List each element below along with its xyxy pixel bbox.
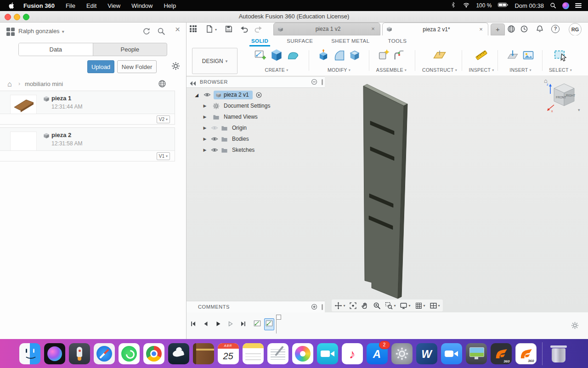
expand-collapse-icon[interactable]: ◢ [194,92,199,98]
construction-plane-icon[interactable] [433,48,447,64]
expand-collapse-icon[interactable]: ▶ [203,126,207,130]
close-tab-icon[interactable] [478,26,484,33]
dock-calendar-icon[interactable]: ABR25 [218,343,239,364]
minimize-panel-icon[interactable] [311,79,317,85]
comments-panel-header[interactable]: COMMENTS [186,301,325,312]
timeline-feature-sketch1-icon[interactable] [253,319,261,329]
group-label-construct[interactable]: CONSTRUCT [422,67,457,73]
timeline-settings-gear-icon[interactable] [571,322,579,329]
timeline-step-forward-button[interactable] [227,320,234,329]
dock-notes-icon[interactable] [243,343,264,364]
apple-menu-icon[interactable] [8,2,15,9]
dock-whatsapp-icon[interactable] [119,343,140,364]
team-switcher-icon[interactable] [6,28,15,36]
create-sketch-icon[interactable] [254,49,266,63]
user-hub-selector[interactable]: Ralph gonzales▾ [18,28,64,34]
document-tab-pieza1[interactable]: pieza 1 v2 [273,23,380,35]
dock-safari-icon[interactable] [94,343,115,364]
data-item-pieza-1[interactable]: pieza 1 12:31:44 AM V2 [0,91,175,125]
gear-icon[interactable] [171,62,180,70]
refresh-icon[interactable] [142,27,151,35]
dock-facetime-icon[interactable] [317,343,338,364]
spotlight-search-icon[interactable] [550,2,556,9]
panel-grip[interactable] [322,79,323,85]
press-pull-icon[interactable] [317,49,330,63]
close-panel-icon[interactable]: × [175,25,180,34]
add-comment-icon[interactable] [311,304,317,310]
breadcrumb-project[interactable]: mobiliario mini [25,80,63,87]
visibility-eye-off-icon[interactable] [211,124,218,132]
menu-file[interactable]: File [66,2,75,9]
timeline-go-to-end-button[interactable] [239,320,247,329]
insert-image-icon[interactable] [522,49,535,63]
timeline-step-back-button[interactable] [202,320,209,329]
redo-icon[interactable] [254,25,262,33]
dock-trash-icon[interactable] [548,343,569,364]
document-tab-pieza2[interactable]: pieza 2 v1* [382,23,488,35]
menu-edit[interactable]: Edit [86,2,96,9]
expand-collapse-icon[interactable]: ▶ [203,115,207,119]
activate-component-icon[interactable] [255,92,262,98]
measure-icon[interactable] [475,48,488,64]
tab-surface[interactable]: SURFACE [287,35,313,46]
undo-icon[interactable] [240,25,249,33]
browser-node-origin[interactable]: ▶ Origin [186,122,325,133]
menubar-clock[interactable]: Dom 00:38 [514,2,544,9]
tab-solid[interactable]: SOLID [251,35,268,46]
dock-siri-icon[interactable] [44,343,65,364]
joint-icon[interactable] [393,49,406,63]
timeline-position-marker[interactable] [276,315,281,320]
dock-fusion360-icon[interactable]: 360 [515,343,537,364]
notifications-bell-icon[interactable] [536,25,544,33]
look-at-icon[interactable] [349,302,357,310]
save-icon[interactable] [225,25,233,33]
extrude-icon[interactable] [269,48,284,64]
viewcube-menu-caret[interactable]: ▾ [578,108,580,112]
group-label-select[interactable]: SELECT [549,67,572,73]
siri-icon[interactable] [562,2,569,9]
grid-snap-icon[interactable]: ▾ [415,302,425,310]
sweep-icon[interactable] [287,49,300,63]
new-tab-button[interactable] [491,23,505,35]
group-label-inspect[interactable]: INSPECT [469,67,494,73]
web-link-icon[interactable] [158,80,166,88]
group-label-insert[interactable]: INSERT [509,67,531,73]
tab-tools[interactable]: TOOLS [388,35,407,46]
upload-button[interactable]: Upload [87,60,114,73]
group-label-assemble[interactable]: ASSEMBLE [376,67,407,73]
dock-music-icon[interactable]: ♪ [342,343,363,364]
group-label-modify[interactable]: MODIFY [328,67,351,73]
visibility-eye-icon[interactable] [204,91,211,98]
browser-node-bodies[interactable]: ▶ Bodies [186,133,325,144]
dock-screen-app-icon[interactable] [466,343,487,364]
tab-data[interactable]: Data [19,43,93,56]
collapse-panel-icon[interactable] [190,80,196,85]
menubar-app-name[interactable]: Fusion 360 [23,2,55,9]
new-component-icon[interactable] [377,49,390,63]
avatar[interactable]: RG [569,23,582,36]
dock-system-preferences-icon[interactable] [391,343,413,364]
browser-node-named-views[interactable]: ▶ Named Views [186,111,325,122]
new-folder-button[interactable]: New Folder [117,60,157,73]
group-label-create[interactable]: CREATE [265,67,288,73]
pan-hand-icon[interactable] [361,302,369,310]
zoom-window-icon[interactable]: ▾ [385,302,396,310]
browser-panel-header[interactable]: BROWSER [186,76,325,88]
file-menu-caret[interactable]: ▾ [215,28,217,32]
tab-people[interactable]: People [93,43,167,56]
dock-rocket-app-icon[interactable] [69,343,90,364]
insert-mesh-icon[interactable] [506,49,519,63]
dock-app-store-icon[interactable]: A2 [367,343,388,364]
menu-help[interactable]: Help [164,2,176,9]
expand-collapse-icon[interactable]: ▶ [203,104,207,108]
app-grid-icon[interactable] [190,25,197,33]
bluetooth-icon[interactable] [451,2,457,9]
sync-status-icon[interactable] [520,25,528,33]
job-status-icon[interactable] [507,25,515,33]
menu-extras-icon[interactable] [575,3,582,8]
display-settings-icon[interactable]: ▾ [400,302,410,310]
dock-zoom-icon[interactable] [441,343,462,364]
visibility-eye-icon[interactable] [211,135,218,143]
dock-word-icon[interactable]: W [416,343,437,364]
zoom-icon[interactable] [373,302,381,310]
